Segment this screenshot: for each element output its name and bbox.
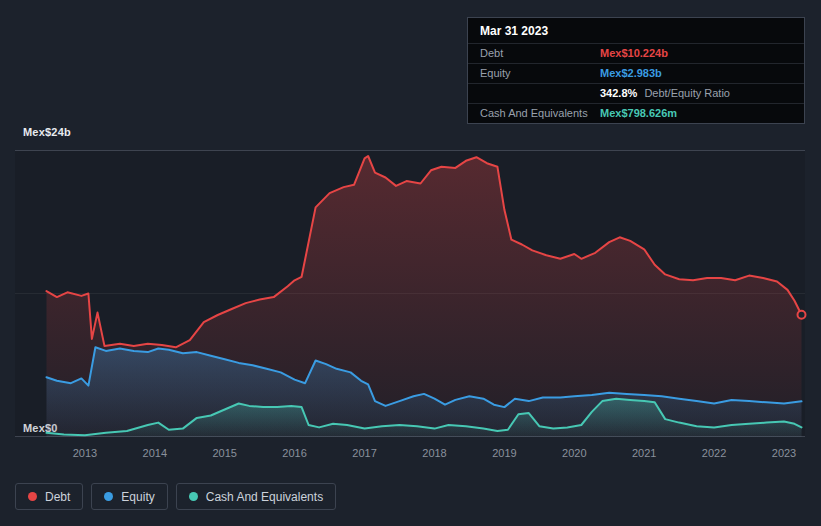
debt-endpoint-marker (798, 311, 806, 319)
x-axis-label: 2015 (212, 447, 236, 459)
x-axis-label: 2014 (143, 447, 167, 459)
plot-area[interactable] (15, 150, 805, 437)
x-axis-label: 2013 (73, 447, 97, 459)
chart-tooltip: Mar 31 2023 Debt Mex$10.224b Equity Mex$… (467, 17, 805, 124)
chart-legend: Debt Equity Cash And Equivalents (15, 483, 336, 510)
cash-series-dot-icon (189, 492, 198, 501)
tooltip-cash-label: Cash And Equivalents (480, 107, 600, 119)
x-axis-label: 2016 (282, 447, 306, 459)
debt-series-dot-icon (28, 492, 37, 501)
legend-item-debt[interactable]: Debt (15, 483, 83, 510)
legend-equity-label: Equity (121, 490, 154, 504)
x-axis-label: 2021 (632, 447, 656, 459)
x-axis-label: 2018 (422, 447, 446, 459)
legend-item-equity[interactable]: Equity (91, 483, 167, 510)
x-axis: 2013201420152016201720182019202020212022… (15, 447, 805, 461)
x-axis-label: 2019 (492, 447, 516, 459)
tooltip-debt-value: Mex$10.224b (600, 47, 668, 59)
legend-cash-label: Cash And Equivalents (206, 490, 323, 504)
tooltip-equity-value: Mex$2.983b (600, 67, 662, 79)
timeseries-chart-svg[interactable] (15, 150, 805, 437)
tooltip-debt-label: Debt (480, 47, 600, 59)
legend-debt-label: Debt (45, 490, 70, 504)
tooltip-ratio-text: Debt/Equity Ratio (644, 87, 730, 99)
tooltip-ratio-row: 342.8% Debt/Equity Ratio (468, 83, 804, 103)
tooltip-date: Mar 31 2023 (468, 18, 804, 43)
equity-series-dot-icon (104, 492, 113, 501)
tooltip-ratio-value: 342.8% Debt/Equity Ratio (600, 87, 730, 99)
tooltip-equity-row: Equity Mex$2.983b (468, 63, 804, 83)
tooltip-cash-row: Cash And Equivalents Mex$798.626m (468, 103, 804, 123)
x-axis-label: 2017 (352, 447, 376, 459)
tooltip-ratio-pct: 342.8% (600, 87, 637, 99)
x-axis-label: 2020 (562, 447, 586, 459)
y-axis-label-top: Mex$24b (23, 126, 71, 138)
tooltip-debt-row: Debt Mex$10.224b (468, 43, 804, 63)
tooltip-equity-label: Equity (480, 67, 600, 79)
legend-item-cash[interactable]: Cash And Equivalents (176, 483, 336, 510)
debt-equity-history-chart: Mar 31 2023 Debt Mex$10.224b Equity Mex$… (0, 0, 821, 526)
x-axis-label: 2023 (772, 447, 796, 459)
tooltip-cash-value: Mex$798.626m (600, 107, 677, 119)
x-axis-label: 2022 (702, 447, 726, 459)
